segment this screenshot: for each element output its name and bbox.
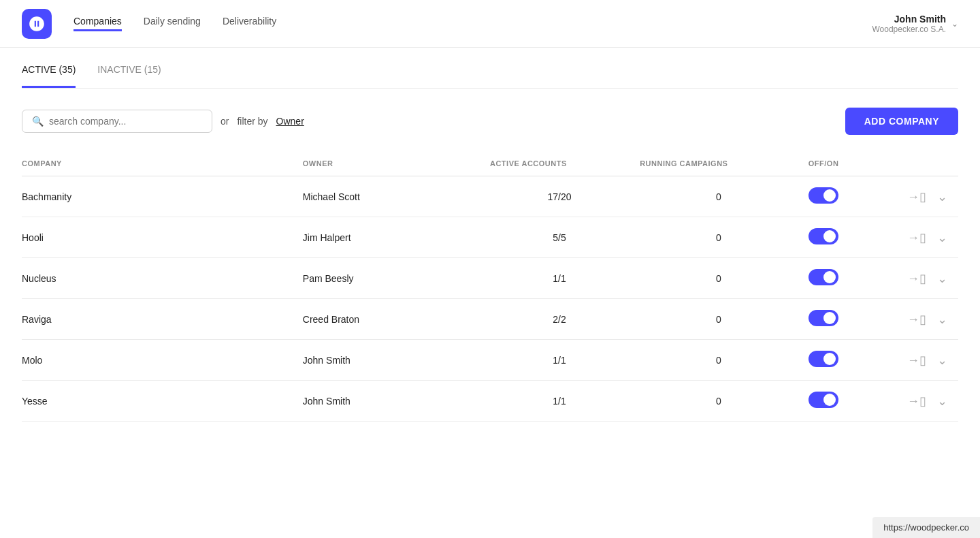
cell-toggle — [808, 258, 902, 299]
tab-active[interactable]: ACTIVE (35) — [22, 64, 76, 88]
cell-company: Yesse — [22, 381, 303, 422]
enter-icon[interactable]: →▯ — [907, 312, 926, 327]
cell-actions: →▯ ⌄ — [902, 176, 958, 217]
cell-company: Bachmanity — [22, 176, 303, 217]
user-company: Woodpecker.co S.A. — [872, 25, 946, 34]
filter-by-label: filter by — [237, 116, 267, 127]
cell-owner: John Smith — [303, 381, 490, 422]
cell-accounts: 17/20 — [490, 176, 640, 217]
cell-campaigns: 0 — [640, 217, 808, 258]
col-header-company: COMPANY — [22, 151, 303, 176]
user-menu[interactable]: John Smith Woodpecker.co S.A. ⌄ — [872, 14, 958, 34]
nav-deliverability[interactable]: Deliverability — [223, 16, 276, 31]
cell-toggle — [808, 176, 902, 217]
chevron-down-icon[interactable]: ⌄ — [937, 230, 947, 245]
cell-actions: →▯ ⌄ — [902, 258, 958, 299]
toggle-switch[interactable] — [808, 187, 838, 204]
cell-company: Hooli — [22, 217, 303, 258]
table-row: Hooli Jim Halpert 5/5 0 →▯ ⌄ — [22, 217, 958, 258]
cell-campaigns: 0 — [640, 258, 808, 299]
cell-campaigns: 0 — [640, 299, 808, 340]
cell-accounts: 1/1 — [490, 381, 640, 422]
col-header-owner: OWNER — [303, 151, 490, 176]
toggle-switch[interactable] — [808, 392, 838, 408]
tab-inactive[interactable]: INACTIVE (15) — [97, 64, 161, 88]
nav-companies[interactable]: Companies — [74, 16, 122, 31]
cell-company: Nucleus — [22, 258, 303, 299]
cell-toggle — [808, 217, 902, 258]
cell-owner: Creed Braton — [303, 299, 490, 340]
enter-icon[interactable]: →▯ — [907, 353, 926, 368]
chevron-down-icon[interactable]: ⌄ — [937, 394, 947, 409]
main-content: ACTIVE (35) INACTIVE (15) 🔍 or filter by… — [0, 48, 980, 422]
cell-campaigns: 0 — [640, 340, 808, 381]
toggle-switch[interactable] — [808, 351, 838, 367]
cell-actions: →▯ ⌄ — [902, 217, 958, 258]
add-company-button[interactable]: ADD COMPANY — [845, 108, 958, 135]
col-header-actions — [902, 151, 958, 176]
cell-campaigns: 0 — [640, 176, 808, 217]
table-row: Raviga Creed Braton 2/2 0 →▯ ⌄ — [22, 299, 958, 340]
cell-owner: John Smith — [303, 340, 490, 381]
search-input[interactable] — [49, 116, 202, 127]
cell-toggle — [808, 381, 902, 422]
cell-company: Raviga — [22, 299, 303, 340]
chevron-down-icon[interactable]: ⌄ — [937, 271, 947, 286]
chevron-down-icon: ⌄ — [951, 19, 958, 29]
col-header-accounts: ACTIVE ACCOUNTS — [490, 151, 640, 176]
table-body: Bachmanity Michael Scott 17/20 0 →▯ ⌄ Ho… — [22, 176, 958, 422]
cell-accounts: 1/1 — [490, 258, 640, 299]
cell-toggle — [808, 340, 902, 381]
enter-icon[interactable]: →▯ — [907, 271, 926, 286]
cell-actions: →▯ ⌄ — [902, 299, 958, 340]
cell-toggle — [808, 299, 902, 340]
toolbar: 🔍 or filter by Owner ADD COMPANY — [22, 89, 958, 151]
cell-owner: Pam Beesly — [303, 258, 490, 299]
search-box: 🔍 — [22, 110, 212, 133]
companies-table: COMPANY OWNER ACTIVE ACCOUNTS RUNNING CA… — [22, 151, 958, 422]
cell-actions: →▯ ⌄ — [902, 381, 958, 422]
chevron-down-icon[interactable]: ⌄ — [937, 312, 947, 327]
col-header-campaigns: RUNNING CAMPAIGNS — [640, 151, 808, 176]
toggle-switch[interactable] — [808, 228, 838, 244]
enter-icon[interactable]: →▯ — [907, 230, 926, 245]
cell-owner: Jim Halpert — [303, 217, 490, 258]
table-row: Nucleus Pam Beesly 1/1 0 →▯ ⌄ — [22, 258, 958, 299]
tabs: ACTIVE (35) INACTIVE (15) — [22, 48, 958, 89]
cell-owner: Michael Scott — [303, 176, 490, 217]
cell-company: Molo — [22, 340, 303, 381]
cell-accounts: 1/1 — [490, 340, 640, 381]
table-row: Bachmanity Michael Scott 17/20 0 →▯ ⌄ — [22, 176, 958, 217]
cell-campaigns: 0 — [640, 381, 808, 422]
toggle-switch[interactable] — [808, 269, 838, 285]
cell-accounts: 5/5 — [490, 217, 640, 258]
cell-actions: →▯ ⌄ — [902, 340, 958, 381]
table-header: COMPANY OWNER ACTIVE ACCOUNTS RUNNING CA… — [22, 151, 958, 176]
enter-icon[interactable]: →▯ — [907, 394, 926, 409]
table-row: Yesse John Smith 1/1 0 →▯ ⌄ — [22, 381, 958, 422]
user-info: John Smith Woodpecker.co S.A. — [872, 14, 946, 34]
logo-icon — [22, 9, 52, 39]
filter-owner[interactable]: Owner — [276, 116, 304, 127]
navbar: Companies Daily sending Deliverability J… — [0, 0, 980, 48]
nav-links: Companies Daily sending Deliverability — [74, 16, 872, 31]
toggle-switch[interactable] — [808, 310, 838, 326]
user-name: John Smith — [872, 14, 946, 25]
enter-icon[interactable]: →▯ — [907, 189, 926, 204]
filter-separator: or — [220, 116, 229, 127]
col-header-toggle: OFF/ON — [808, 151, 902, 176]
nav-daily-sending[interactable]: Daily sending — [144, 16, 201, 31]
table-row: Molo John Smith 1/1 0 →▯ ⌄ — [22, 340, 958, 381]
chevron-down-icon[interactable]: ⌄ — [937, 189, 947, 204]
chevron-down-icon[interactable]: ⌄ — [937, 353, 947, 368]
search-icon: 🔍 — [32, 116, 44, 127]
cell-accounts: 2/2 — [490, 299, 640, 340]
